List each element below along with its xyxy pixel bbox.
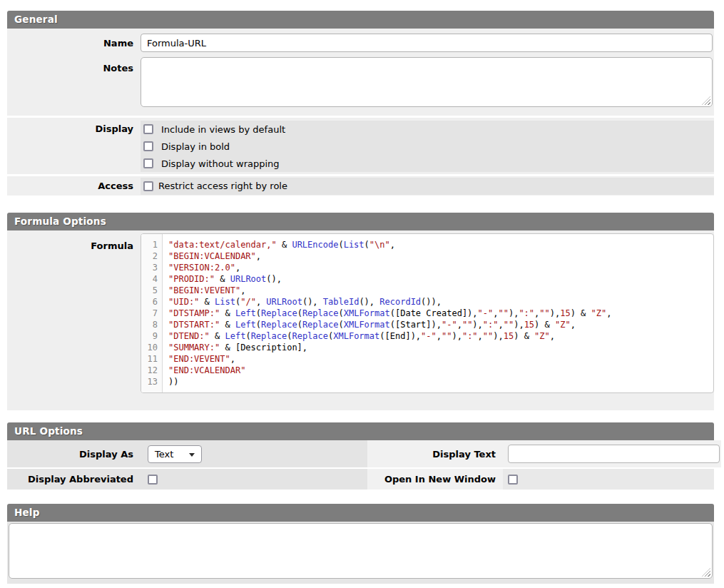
- general-header: General: [7, 11, 714, 29]
- help-section: Help: [7, 504, 714, 584]
- formula-code-line: "BEGIN:VEVENT",: [168, 285, 713, 296]
- formula-options-title: Formula Options: [14, 216, 106, 227]
- url-options-row-2: Display Abbreviated Open In New Window: [7, 467, 714, 490]
- access-label: Access: [7, 181, 141, 191]
- display-as-select[interactable]: Text: [148, 445, 202, 463]
- access-options: Restrict access right by role: [141, 178, 714, 195]
- help-header: Help: [7, 504, 714, 522]
- name-input[interactable]: [141, 34, 713, 52]
- restrict-access-checkbox[interactable]: [143, 181, 153, 191]
- display-as-label: Display As: [7, 440, 141, 467]
- display-as-selected-value: Text: [155, 449, 173, 460]
- formula-code-line: "data:text/calendar," & URLEncode(List("…: [168, 239, 713, 250]
- display-in-bold-option: Display in bold: [141, 138, 714, 155]
- formula-code-line: "END:VEVENT",: [168, 353, 713, 365]
- open-in-new-window-checkbox[interactable]: [508, 475, 518, 485]
- name-row: Name: [7, 29, 714, 57]
- formula-code-line: "VERSION:2.0",: [168, 262, 713, 273]
- formula-body: Formula 12345678910111213 "data:text/cal…: [7, 230, 714, 410]
- display-label: Display: [7, 121, 141, 172]
- restrict-access-label: Restrict access right by role: [158, 181, 287, 191]
- display-abbreviated-label: Display Abbreviated: [7, 467, 141, 490]
- name-label: Name: [7, 38, 141, 49]
- general-section: General Name Notes Display: [7, 11, 714, 196]
- access-row: Access Restrict access right by role: [7, 174, 714, 196]
- display-in-bold-checkbox[interactable]: [143, 141, 153, 151]
- formula-code-line: "UID:" & List("/", URLRoot(), TableId(),…: [168, 296, 713, 308]
- include-in-views-checkbox[interactable]: [143, 124, 153, 134]
- formula-code-line: "DTSTAMP:" & Left(Replace(Replace(XMLFor…: [168, 308, 713, 319]
- url-options-row-1: Display As Text Display Text: [7, 440, 714, 467]
- notes-row: Notes: [7, 57, 714, 116]
- display-without-wrapping-label: Display without wrapping: [161, 158, 280, 169]
- formula-code-line: "DTEND:" & Left(Replace(Replace(XMLForma…: [168, 330, 713, 342]
- formula-editor[interactable]: 12345678910111213 "data:text/calendar," …: [141, 233, 714, 393]
- chevron-down-icon: [189, 453, 195, 457]
- display-without-wrapping-checkbox[interactable]: [143, 158, 153, 168]
- include-in-views-option: Include in views by default: [141, 121, 714, 138]
- display-without-wrapping-option: Display without wrapping: [141, 155, 714, 172]
- help-title: Help: [14, 507, 40, 518]
- url-options-section: URL Options Display As Text Display Text…: [7, 422, 714, 490]
- display-text-input[interactable]: [508, 445, 720, 463]
- url-options-header: URL Options: [7, 422, 714, 440]
- display-options: Include in views by default Display in b…: [141, 121, 714, 172]
- formula-code-line: "DTSTART:" & Left(Replace(Replace(XMLFor…: [168, 319, 713, 330]
- formula-editor-gutter: 12345678910111213: [141, 234, 163, 392]
- formula-editor-code[interactable]: "data:text/calendar," & URLEncode(List("…: [163, 234, 713, 392]
- formula-code-line: "PRODID:" & URLRoot(),: [168, 273, 713, 285]
- url-options-body: Display As Text Display Text Display Abb…: [7, 440, 714, 490]
- formula-options-header: Formula Options: [7, 213, 714, 230]
- notes-label: Notes: [7, 57, 141, 74]
- formula-label: Formula: [7, 233, 141, 393]
- include-in-views-label: Include in views by default: [161, 124, 285, 135]
- restrict-access-option: Restrict access right by role: [141, 178, 287, 195]
- help-body: [7, 522, 714, 584]
- formula-code-line: "BEGIN:VCALENDAR",: [168, 250, 713, 262]
- display-abbreviated-checkbox[interactable]: [148, 475, 158, 485]
- formula-code-line: )): [168, 376, 713, 387]
- display-in-bold-label: Display in bold: [161, 141, 230, 152]
- display-text-label: Display Text: [367, 440, 503, 467]
- notes-textarea[interactable]: [141, 57, 713, 107]
- open-in-new-window-label: Open In New Window: [367, 467, 503, 490]
- formula-code-line: "SUMMARY:" & [Description],: [168, 342, 713, 353]
- formula-options-section: Formula Options Formula 1234567891011121…: [7, 213, 714, 410]
- url-options-title: URL Options: [14, 425, 83, 437]
- field-properties-page: General Name Notes Display: [0, 0, 724, 588]
- display-row: Display Include in views by default Disp…: [7, 116, 714, 174]
- general-title: General: [14, 14, 58, 25]
- formula-code-line: "END:VCALENDAR": [168, 365, 713, 376]
- general-body: Name Notes Display: [7, 29, 714, 196]
- help-textarea[interactable]: [9, 523, 713, 579]
